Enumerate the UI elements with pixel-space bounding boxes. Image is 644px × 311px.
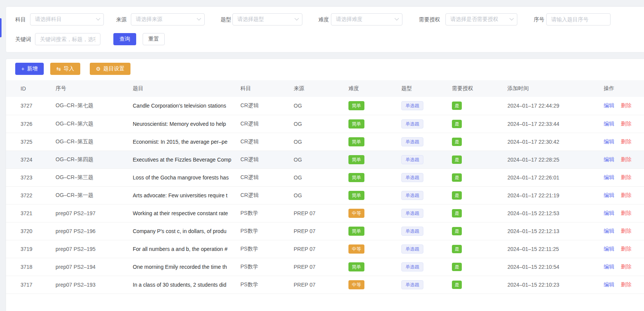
cell-added-time-cell: 2024–01–17 22:28:25	[507, 151, 604, 168]
cell-title: In a class of 30 students, 2 students di…	[133, 282, 226, 288]
difficulty-badge: 简单	[348, 227, 364, 236]
subject-filter-label: 科目	[15, 13, 26, 25]
cell-subject-cell: CR逻辑	[240, 168, 294, 186]
delete-link[interactable]: 删除	[621, 121, 631, 127]
cell-question-type: 单选题	[401, 97, 452, 115]
reset-button[interactable]: 重置	[143, 33, 165, 45]
cell-title: Neuroscientist: Memory evolved to help	[133, 121, 226, 127]
cell-subject: CR逻辑	[240, 121, 259, 127]
edit-link[interactable]: 编辑	[604, 281, 614, 287]
difficulty-select-placeholder: 请选择难度	[336, 16, 363, 23]
cell-need-auth: 是	[452, 97, 507, 115]
delete-link[interactable]: 删除	[621, 246, 631, 252]
cell-title: Candle Corporation's television stations	[133, 103, 226, 109]
import-button[interactable]: ⇆ 导入	[50, 63, 80, 75]
cell-source-cell: OG	[294, 151, 348, 168]
cell-id-cell: 3717	[6, 276, 56, 294]
difficulty-badge: 简单	[348, 137, 364, 146]
delete-link[interactable]: 删除	[621, 102, 631, 108]
chevron-down-icon	[394, 16, 399, 21]
cell-id-cell: 3722	[6, 186, 56, 204]
difficulty-badge: 简单	[348, 173, 364, 182]
cell-added-time-cell: 2024–01–15 22:12:53	[507, 204, 604, 222]
cell-subject-cell: PS数学	[240, 204, 294, 222]
cell-added-time: 2024–01–17 22:28:25	[507, 157, 559, 163]
query-button[interactable]: 查询	[113, 33, 136, 45]
cell-title-cell: One morning Emily recorded the time th	[133, 258, 240, 276]
cell-subject: CR逻辑	[240, 102, 259, 108]
delete-link[interactable]: 删除	[621, 263, 631, 270]
add-button[interactable]: + 新增	[15, 63, 44, 75]
cell-actions: 编辑删除	[604, 222, 644, 240]
column-header: 题目	[133, 80, 240, 97]
cell-id-cell: 3726	[6, 115, 56, 133]
delete-link[interactable]: 删除	[621, 156, 631, 162]
cell-source: PREP 07	[294, 282, 315, 288]
edit-link[interactable]: 编辑	[604, 174, 614, 180]
edit-link[interactable]: 编辑	[604, 192, 614, 198]
cell-added-time: 2024–01–17 22:44:29	[507, 103, 559, 109]
delete-link[interactable]: 删除	[621, 174, 631, 180]
keyword-input[interactable]	[35, 33, 100, 45]
edit-link[interactable]: 编辑	[604, 102, 614, 108]
cell-need-auth: 是	[452, 151, 507, 168]
filter-panel: 科目 请选择科目 来源 请选择来源 题型 请选择题型 难度 请选择难度 需要授权…	[6, 7, 644, 52]
edit-link[interactable]: 编辑	[604, 228, 614, 234]
column-header: ID	[6, 80, 56, 97]
question-type-badge: 单选题	[401, 137, 423, 146]
cell-need-auth: 是	[452, 240, 507, 258]
question-settings-button[interactable]: ⚙ 题目设置	[90, 63, 131, 75]
cell-subject-cell: PS数学	[240, 240, 294, 258]
cell-source-cell: OG	[294, 186, 348, 204]
question-type-badge: 单选题	[401, 244, 423, 254]
cell-source: PREP 07	[294, 264, 315, 270]
subject-select[interactable]: 请选择科目	[30, 13, 104, 25]
column-header: 添加时间	[507, 80, 604, 97]
cell-source: PREP 07	[294, 228, 315, 234]
difficulty-select[interactable]: 请选择难度	[331, 13, 402, 25]
serial-filter-label: 序号	[534, 13, 544, 25]
cell-serial-cell: OG–CR–第七题	[56, 97, 133, 115]
cell-id-cell: 3724	[6, 151, 56, 168]
cell-title-cell: Economist: In 2015, the average per–pe	[133, 133, 240, 151]
cell-title-cell: Executives at the Fizzles Beverage Comp	[133, 151, 240, 168]
edit-link[interactable]: 编辑	[604, 156, 614, 162]
cell-actions: 编辑删除	[604, 258, 644, 276]
cell-serial-cell: prep07 PS2–195	[56, 240, 133, 258]
need-auth-select[interactable]: 请选择是否需要授权	[445, 13, 517, 25]
cell-source: PREP 07	[294, 246, 315, 252]
auth-badge: 是	[452, 227, 462, 235]
delete-link[interactable]: 删除	[621, 138, 631, 144]
serial-input[interactable]	[546, 13, 611, 25]
delete-link[interactable]: 删除	[621, 192, 631, 198]
column-header: 题型	[401, 80, 452, 97]
cell-source: OG	[294, 175, 302, 181]
delete-link[interactable]: 删除	[621, 281, 631, 287]
source-select[interactable]: 请选择来源	[131, 13, 205, 25]
cell-source-cell: PREP 07	[294, 222, 348, 240]
auth-badge: 是	[452, 191, 462, 200]
cell-added-time: 2024–01–17 22:26:01	[507, 175, 559, 181]
add-button-label: 新增	[27, 65, 38, 72]
cell-added-time-cell: 2024–01–17 22:44:29	[507, 97, 604, 115]
cell-source-cell: PREP 07	[294, 258, 348, 276]
keyword-filter-label: 关键词	[15, 33, 31, 45]
cell-serial: OG–CR–第四题	[56, 156, 94, 162]
edit-link[interactable]: 编辑	[604, 121, 614, 127]
edit-link[interactable]: 编辑	[604, 138, 614, 144]
cell-difficulty: 简单	[348, 151, 401, 168]
cell-difficulty: 中等	[348, 204, 401, 222]
question-type-badge: 单选题	[401, 262, 423, 271]
delete-link[interactable]: 删除	[621, 228, 631, 234]
cell-actions: 编辑删除	[604, 168, 644, 186]
delete-link[interactable]: 删除	[621, 210, 631, 216]
table-row: 3723OG–CR–第三题Loss of the Gocha mangrove …	[6, 168, 644, 186]
auth-badge: 是	[452, 156, 462, 164]
cell-title: Company P's cost c, in dollars, of produ	[133, 228, 226, 234]
auth-badge: 是	[452, 263, 462, 271]
question-type-select[interactable]: 请选择题型	[232, 13, 302, 25]
edit-link[interactable]: 编辑	[604, 210, 614, 216]
cell-subject: CR逻辑	[240, 138, 259, 144]
edit-link[interactable]: 编辑	[604, 263, 614, 270]
edit-link[interactable]: 编辑	[604, 246, 614, 252]
